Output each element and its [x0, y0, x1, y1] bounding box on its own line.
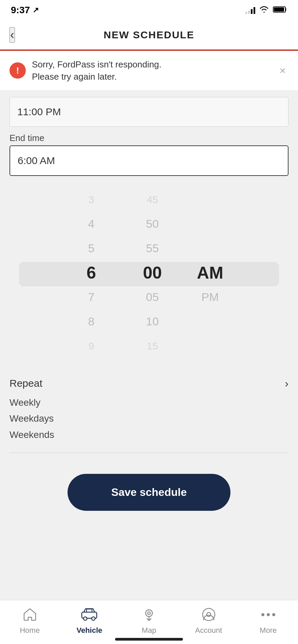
start-time-value: 11:00 PM	[17, 106, 61, 117]
nav-label-map: Map	[142, 626, 156, 635]
page-header: ‹ NEW SCHEDULE	[0, 20, 298, 51]
svg-point-9	[207, 612, 211, 617]
main-content: 11:00 PM End time 6:00 AM 3 4 5 6 7 8 9 …	[0, 97, 298, 572]
hour-option[interactable]: 3	[61, 187, 122, 212]
time-picker[interactable]: 3 4 5 6 7 8 9 45 50 55 00 05 10 15 AM PM	[10, 182, 288, 366]
repeat-chevron-icon[interactable]: ›	[285, 377, 288, 390]
repeat-options: Weekly Weekdays Weekends	[10, 395, 288, 443]
hour-option[interactable]: 9	[61, 334, 122, 358]
error-icon: !	[10, 62, 26, 79]
svg-point-4	[92, 617, 95, 620]
hour-option[interactable]: 8	[61, 309, 122, 334]
battery-icon	[273, 6, 287, 15]
svg-rect-5	[87, 609, 92, 612]
repeat-row[interactable]: Repeat ›	[10, 377, 288, 390]
period-spacer	[183, 309, 237, 334]
status-time: 9:37 ↗	[11, 5, 39, 16]
error-message: Sorry, FordPass isn't responding.Please …	[32, 58, 271, 83]
repeat-option-weekdays: Weekdays	[10, 410, 288, 427]
nav-item-home[interactable]: Home	[0, 606, 60, 635]
minute-option-selected[interactable]: 00	[122, 261, 183, 285]
period-spacer	[183, 334, 237, 358]
nav-item-map[interactable]: Map	[119, 606, 179, 635]
nav-item-more[interactable]: More	[238, 606, 298, 635]
minute-option[interactable]: 50	[122, 212, 183, 236]
end-time-field[interactable]: 6:00 AM	[10, 145, 288, 176]
svg-rect-1	[274, 7, 284, 12]
repeat-label: Repeat	[10, 378, 42, 389]
minute-option[interactable]: 10	[122, 309, 183, 334]
start-time-field[interactable]: 11:00 PM	[10, 97, 288, 127]
end-time-value: 6:00 AM	[18, 155, 55, 166]
bottom-spacer	[10, 524, 288, 572]
error-close-button[interactable]: ×	[277, 62, 288, 80]
divider	[10, 452, 288, 453]
nav-label-more: More	[260, 626, 277, 635]
home-icon	[21, 606, 39, 623]
minute-option[interactable]: 45	[122, 187, 183, 212]
nav-label-account: Account	[195, 626, 222, 635]
nav-label-home: Home	[20, 626, 40, 635]
svg-point-8	[203, 608, 215, 621]
minute-option[interactable]: 05	[122, 285, 183, 309]
wifi-icon	[259, 5, 269, 15]
hour-picker-column[interactable]: 3 4 5 6 7 8 9	[61, 187, 122, 358]
nav-item-vehicle[interactable]: Vehicle	[60, 606, 119, 635]
status-icons	[245, 5, 287, 15]
status-bar: 9:37 ↗	[0, 0, 298, 20]
signal-icon	[245, 6, 255, 14]
back-button[interactable]: ‹	[10, 27, 15, 43]
minute-option[interactable]: 55	[122, 236, 183, 261]
minute-option[interactable]: 15	[122, 334, 183, 358]
hour-option[interactable]: 7	[61, 285, 122, 309]
period-picker-column[interactable]: AM PM	[183, 187, 237, 358]
minute-picker-column[interactable]: 45 50 55 00 05 10 15	[122, 187, 183, 358]
hour-option[interactable]: 5	[61, 236, 122, 261]
repeat-option-weekly: Weekly	[10, 395, 288, 411]
bottom-nav: Home Vehicle Map	[0, 600, 298, 644]
svg-point-3	[83, 617, 87, 620]
page-title: NEW SCHEDULE	[104, 29, 194, 41]
nav-label-vehicle: Vehicle	[76, 626, 102, 635]
svg-point-6	[146, 610, 152, 617]
period-option-pm[interactable]: PM	[183, 285, 237, 309]
repeat-option-weekends: Weekends	[10, 427, 288, 443]
period-spacer	[183, 212, 237, 236]
home-indicator	[115, 638, 183, 641]
location-icon: ↗	[33, 6, 39, 15]
error-banner: ! Sorry, FordPass isn't responding.Pleas…	[0, 51, 298, 91]
save-schedule-button[interactable]: Save schedule	[68, 474, 230, 511]
period-spacer	[183, 187, 237, 212]
more-icon	[259, 606, 277, 623]
nav-item-account[interactable]: Account	[179, 606, 239, 635]
svg-point-7	[148, 612, 150, 615]
period-spacer	[183, 236, 237, 261]
map-icon	[140, 606, 158, 623]
end-time-label: End time	[10, 133, 288, 143]
repeat-section: Repeat › Weekly Weekdays Weekends	[10, 366, 288, 468]
hour-option[interactable]: 4	[61, 212, 122, 236]
account-icon	[200, 606, 218, 623]
vehicle-icon	[80, 606, 98, 623]
period-option-am[interactable]: AM	[183, 261, 237, 285]
hour-option-selected[interactable]: 6	[61, 261, 122, 285]
